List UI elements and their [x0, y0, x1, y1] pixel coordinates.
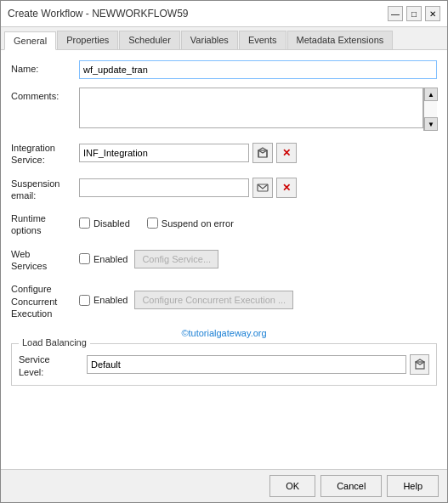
comments-input[interactable] [79, 88, 423, 128]
runtime-label: Runtime options [11, 210, 79, 237]
service-level-input[interactable] [87, 355, 406, 374]
service-level-field-wrapper [87, 354, 429, 375]
name-label: Name: [11, 60, 79, 75]
name-row: Name: [11, 60, 437, 79]
conc-enabled-checkbox[interactable] [79, 295, 90, 306]
service-level-label: Service Level: [19, 351, 87, 378]
runtime-options: Disabled Suspend on error [79, 218, 437, 229]
ws-enabled-label: Enabled [94, 254, 128, 264]
suspend-error-label: Suspend on error [162, 218, 234, 229]
tab-scheduler[interactable]: Scheduler [119, 31, 180, 49]
scroll-down-button[interactable]: ▼ [424, 117, 438, 131]
comments-field-wrapper: ▲ ▼ [79, 88, 437, 131]
comments-scrollbar: ▲ ▼ [423, 88, 437, 131]
runtime-row: Runtime options Disabled Suspend on erro… [11, 210, 437, 237]
config-service-button[interactable]: Config Service... [134, 250, 218, 268]
footer-bar: OK Cancel Help [1, 469, 447, 502]
suspension-row: Suspension email: ✕ [11, 175, 437, 202]
concurrent-label: Configure Concurrent Execution [11, 280, 79, 319]
tab-metadata[interactable]: Metadata Extensions [287, 31, 394, 49]
suspension-inline: ✕ [79, 178, 437, 198]
tab-bar: General Properties Scheduler Variables E… [1, 27, 447, 50]
suspension-field-wrapper: ✕ [79, 178, 437, 198]
name-field-wrapper [79, 60, 437, 79]
runtime-field-wrapper: Disabled Suspend on error [79, 218, 437, 229]
comments-label: Comments: [11, 88, 79, 102]
disabled-checkbox[interactable] [79, 218, 90, 229]
integration-row: Integration Service: ✕ [11, 139, 437, 167]
tab-properties[interactable]: Properties [57, 31, 118, 49]
disabled-label: Disabled [94, 218, 130, 229]
ws-enabled-option: Enabled [79, 253, 128, 264]
ok-button[interactable]: OK [269, 475, 315, 497]
integration-inline: ✕ [79, 143, 437, 163]
integration-remove-button[interactable]: ✕ [276, 143, 297, 163]
web-services-row: Web Services Enabled Config Service... [11, 246, 437, 273]
name-input[interactable] [79, 60, 437, 79]
integration-label: Integration Service: [11, 139, 79, 167]
concurrent-inline: Enabled Configure Concurrent Execution .… [79, 291, 437, 309]
conc-enabled-option: Enabled [79, 295, 128, 306]
disabled-option: Disabled [79, 218, 130, 229]
form-content: Name: Comments: ▲ ▼ Integration Service: [1, 50, 447, 469]
cancel-button[interactable]: Cancel [320, 475, 382, 497]
window-controls: — □ ✕ [388, 6, 440, 21]
close-button[interactable]: ✕ [425, 6, 440, 21]
suspension-label: Suspension email: [11, 175, 79, 202]
scroll-up-button[interactable]: ▲ [424, 88, 438, 101]
configure-concurrent-button[interactable]: Configure Concurrent Execution ... [134, 291, 293, 309]
email-icon [257, 182, 269, 194]
suspend-error-checkbox[interactable] [147, 218, 158, 229]
tab-variables[interactable]: Variables [181, 31, 238, 49]
web-services-field-wrapper: Enabled Config Service... [79, 250, 437, 268]
concurrent-row: Configure Concurrent Execution Enabled C… [11, 280, 437, 319]
scroll-track [424, 101, 437, 117]
maximize-button[interactable]: □ [406, 6, 422, 21]
web-services-label: Web Services [11, 246, 79, 273]
tab-general[interactable]: General [4, 31, 56, 50]
load-balancing-section: Load Balancing Service Level: [11, 343, 437, 386]
conc-enabled-label: Enabled [94, 295, 128, 305]
main-window: Create Workflow - NEWWORKFLOW59 — □ ✕ Ge… [0, 0, 448, 503]
suspend-error-option: Suspend on error [147, 218, 234, 229]
concurrent-field-wrapper: Enabled Configure Concurrent Execution .… [79, 291, 437, 309]
load-balancing-title: Load Balancing [19, 337, 90, 348]
service-level-row: Service Level: [19, 351, 429, 378]
service-level-inline [87, 354, 429, 375]
ws-enabled-checkbox[interactable] [79, 253, 90, 264]
web-services-inline: Enabled Config Service... [79, 250, 437, 268]
suspension-email-button[interactable] [252, 178, 273, 198]
comments-row: Comments: ▲ ▼ [11, 88, 437, 131]
service-level-browse-button[interactable] [410, 354, 429, 375]
cube-icon [257, 147, 269, 159]
suspension-remove-button[interactable]: ✕ [276, 178, 297, 198]
integration-browse-button[interactable] [252, 143, 273, 163]
help-button[interactable]: Help [387, 475, 439, 497]
tab-events[interactable]: Events [239, 31, 286, 49]
cube-icon-2 [414, 359, 426, 370]
title-bar: Create Workflow - NEWWORKFLOW59 — □ ✕ [1, 1, 447, 27]
window-title: Create Workflow - NEWWORKFLOW59 [8, 8, 188, 20]
minimize-button[interactable]: — [388, 6, 403, 21]
integration-field-wrapper: ✕ [79, 143, 437, 163]
integration-input[interactable] [79, 144, 249, 162]
suspension-input[interactable] [79, 178, 249, 197]
